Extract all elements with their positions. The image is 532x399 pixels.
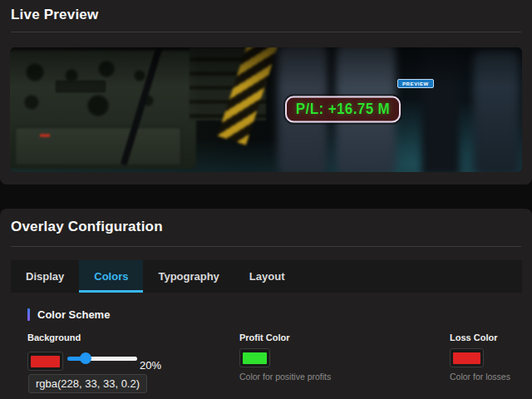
loss-color-label: Loss Color xyxy=(450,332,497,342)
pl-overlay: P/L: +16.75 M xyxy=(285,96,401,122)
loss-swatch-fill xyxy=(453,352,480,364)
background-label: Background xyxy=(27,332,81,342)
background-rgba-tooltip: rgba(228, 33, 33, 0.2) xyxy=(28,374,147,393)
divider xyxy=(11,32,521,32)
tab-colors[interactable]: Colors xyxy=(79,260,143,293)
divider xyxy=(11,246,521,247)
tab-layout[interactable]: Layout xyxy=(234,260,300,293)
overlay-configuration-title: Overlay Configuration xyxy=(11,219,163,235)
loss-color-caption: Color for losses xyxy=(450,372,510,382)
background-opacity-slider[interactable] xyxy=(67,352,137,365)
color-scheme-section-header: Color Scheme xyxy=(27,308,110,321)
preview-badge: PREVIEW xyxy=(397,79,434,88)
config-tabbar: Display Colors Typography Layout xyxy=(11,260,522,293)
profit-color-label: Profit Color xyxy=(239,332,290,342)
profit-swatch-fill xyxy=(243,352,267,364)
profit-color-caption: Color for positive profits xyxy=(239,372,331,382)
slider-thumb[interactable] xyxy=(80,352,91,364)
scene-vignette xyxy=(10,47,522,172)
background-opacity-value: 20% xyxy=(140,359,161,372)
background-swatch-fill xyxy=(31,356,60,367)
loss-color-swatch[interactable] xyxy=(450,348,484,367)
overlay-configuration-card: Overlay Configuration Display Colors Typ… xyxy=(0,209,532,399)
background-color-swatch[interactable] xyxy=(27,352,63,371)
live-preview-card: Live Preview PREVIEW P/L: +16.75 M xyxy=(0,0,532,185)
live-preview-title: Live Preview xyxy=(11,7,98,23)
slider-track xyxy=(67,357,137,361)
tab-typography[interactable]: Typography xyxy=(143,260,234,293)
section-title: Color Scheme xyxy=(37,308,110,321)
game-preview-image: PREVIEW P/L: +16.75 M xyxy=(10,47,522,172)
section-accent-bar xyxy=(27,308,30,321)
tab-display[interactable]: Display xyxy=(11,260,79,293)
profit-color-swatch[interactable] xyxy=(239,348,270,367)
